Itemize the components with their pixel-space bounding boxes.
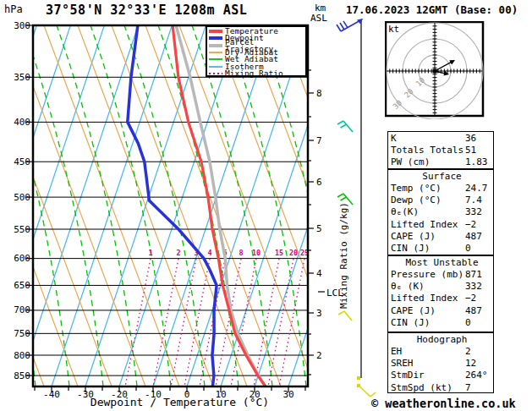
mixing-ratio-value: 4 xyxy=(207,249,211,257)
row-value: 487 xyxy=(465,305,482,317)
row-label: CAPE (J) xyxy=(391,305,436,316)
table-row: θₑ(K)332 xyxy=(391,206,493,218)
legend-swatch xyxy=(209,28,222,35)
wind-barb-3km xyxy=(338,311,352,321)
wind-barb-300hPa xyxy=(337,19,363,31)
asl-label: ASL xyxy=(310,13,327,24)
legend-swatch xyxy=(209,70,222,77)
table-header: Hodograph xyxy=(391,334,493,346)
wet-adiabat-line xyxy=(496,25,532,386)
indices-table: K36Totals Totals51PW (cm)1.83 xyxy=(387,131,494,169)
page-title: 37°58'N 32°33'E 1208m ASL xyxy=(46,3,247,18)
table-row: StmSpd (kt)7 xyxy=(391,382,493,394)
row-value: 332 xyxy=(465,206,482,218)
table-row: EH2 xyxy=(391,346,493,358)
dry-adiabat-line xyxy=(44,25,179,386)
table-row: CIN (J)0 xyxy=(391,243,493,255)
row-value: 36 xyxy=(465,133,476,145)
row-value: 0 xyxy=(465,317,471,329)
temp-tick-label: 20 xyxy=(242,390,267,399)
row-value: 2 xyxy=(465,346,471,358)
dry-adiabat-line xyxy=(179,25,315,386)
km-tick-label: 7 xyxy=(316,136,322,145)
row-label: Lifted Index xyxy=(391,293,458,304)
row-value: 0 xyxy=(465,243,471,255)
row-value: 7.4 xyxy=(465,195,482,206)
km-tick-label: 4 xyxy=(316,269,322,278)
lcl-marker-label: LCL xyxy=(326,288,343,299)
legend-swatch xyxy=(209,49,222,56)
km-tick-label: 2 xyxy=(316,351,322,360)
dry-adiabat-line xyxy=(10,25,145,386)
mixing-ratio-value: 2 xyxy=(176,249,180,257)
pressure-tick-label: 500 xyxy=(7,193,30,202)
dry-adiabat-line xyxy=(247,25,382,386)
wet-adiabat-line xyxy=(0,25,2,386)
pressure-tick-label: 450 xyxy=(7,157,30,167)
table-header: Surface xyxy=(391,171,493,183)
pressure-tick-label: 350 xyxy=(7,73,30,82)
temp-tick-label: 10 xyxy=(208,390,233,399)
table-row: CIN (J)0 xyxy=(391,317,493,329)
hodograph: 102030 xyxy=(385,21,486,119)
row-label: StmSpd (kt) xyxy=(391,382,452,393)
row-label: K xyxy=(391,133,397,144)
mixing-ratio-value: 1 xyxy=(148,249,152,257)
indices-table: SurfaceTemp (°C)24.7Dewp (°C)7.4θₑ(K)332… xyxy=(387,169,494,255)
pressure-tick-label: 600 xyxy=(7,254,30,263)
row-label: Temp (°C) xyxy=(391,183,442,194)
row-value: 332 xyxy=(465,281,482,293)
row-value: 24.7 xyxy=(465,183,488,195)
table-row: CAPE (J)487 xyxy=(391,231,493,243)
isotherm-line xyxy=(255,25,375,386)
sounding-screenshot: { "header": { "pressure_unit": "hPa", "t… xyxy=(0,0,532,411)
pressure-tick-label: 300 xyxy=(7,21,30,30)
temp-tick-label: -20 xyxy=(107,390,132,399)
pressure-unit-label: hPa xyxy=(4,3,23,15)
legend-swatch xyxy=(209,35,222,41)
row-label: CAPE (J) xyxy=(391,231,436,242)
row-value: −2 xyxy=(465,293,476,304)
row-value: 51 xyxy=(465,145,476,156)
mixing-ratio-line xyxy=(279,259,304,386)
table-row: CAPE (J)487 xyxy=(391,305,493,317)
wind-barb-surface xyxy=(357,376,376,397)
pressure-tick-label: 800 xyxy=(7,351,30,360)
temperature-curve xyxy=(173,25,266,386)
temp-tick-label: -40 xyxy=(39,390,64,399)
row-value: 871 xyxy=(465,269,482,281)
legend-swatch xyxy=(209,56,222,63)
table-row: Dewp (°C)7.4 xyxy=(391,195,493,206)
table-row: Pressure (mb)871 xyxy=(391,269,493,281)
legend: TemperatureDewpointParcel TrajectoryDry … xyxy=(206,25,307,77)
copyright: © weatheronline.co.uk xyxy=(371,397,516,410)
mixing-ratio-line xyxy=(216,259,241,386)
row-label: SREH xyxy=(391,358,414,369)
table-row: SREH12 xyxy=(391,358,493,370)
row-label: Dewp (°C) xyxy=(391,195,442,206)
table-row: Temp (°C)24.7 xyxy=(391,183,493,195)
mixing-ratio-labels: 12346810152025 xyxy=(148,249,309,257)
row-value: 7 xyxy=(465,382,471,394)
pressure-tick-label: 650 xyxy=(7,281,30,290)
row-value: 487 xyxy=(465,231,482,243)
pressure-tick-label: 750 xyxy=(7,329,30,338)
row-label: PW (cm) xyxy=(391,156,430,167)
row-value: 12 xyxy=(465,358,476,370)
mixing-ratio-value: 8 xyxy=(239,249,243,257)
row-value: 1.83 xyxy=(465,156,488,168)
km-tick-label: 8 xyxy=(316,89,322,98)
table-row: K36 xyxy=(391,133,493,145)
pressure-tick-label: 850 xyxy=(7,371,30,381)
wind-barb-7km xyxy=(337,121,353,132)
datetime-label: 17.06.2023 12GMT (Base: 00) xyxy=(346,3,518,16)
table-row: Totals Totals51 xyxy=(391,145,493,156)
legend-item: Mixing Ratio xyxy=(209,70,305,77)
pressure-tick-label: 400 xyxy=(7,118,30,127)
mixing-ratio-value: 20 xyxy=(289,249,298,257)
pressure-tick-label: 700 xyxy=(7,305,30,315)
hodograph-unit-label: kt xyxy=(388,24,399,35)
row-label: θₑ(K) xyxy=(391,206,419,217)
dry-adiabat-line xyxy=(78,25,213,386)
temp-tick-label: 30 xyxy=(276,390,301,399)
